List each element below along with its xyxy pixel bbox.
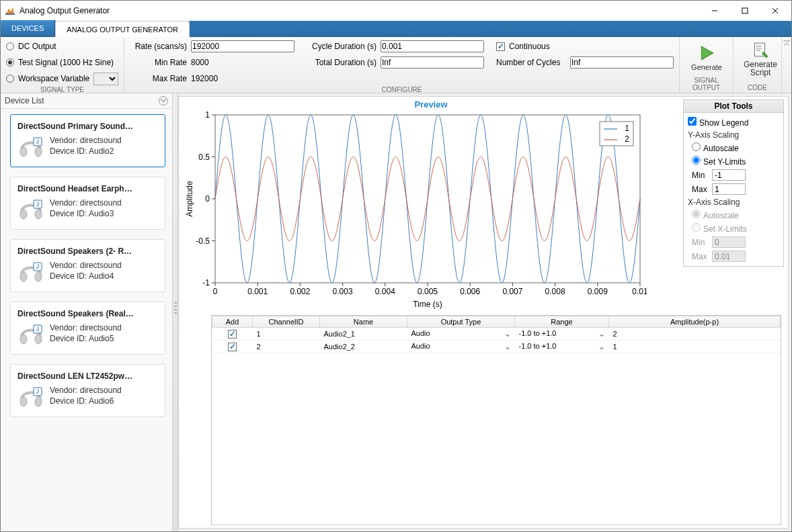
plot-tools-title: Plot Tools [683,99,784,113]
svg-text:-0.5: -0.5 [196,236,210,246]
main-area: Preview 00.0010.0020.0030.0040.0050.0060… [178,96,789,529]
device-card[interactable]: DirectSound LEN LT2452pw… ♪ Vendor: dire… [10,364,165,417]
col-amplitude[interactable]: Amplitude(p-p) [609,316,781,328]
tab-analog-output-generator[interactable]: ANALOG OUTPUT GENERATOR [55,21,190,37]
svg-text:♪: ♪ [36,261,40,271]
svg-text:0.003: 0.003 [333,287,353,296]
svg-point-27 [20,397,27,406]
svg-text:0.01: 0.01 [632,287,647,296]
device-vendor: Vendor: directsound [50,322,122,333]
max-rate-label: Max Rate [130,74,187,83]
svg-point-28 [35,397,42,406]
device-name: DirectSound Speakers (Real… [17,309,158,318]
tab-devices[interactable]: DEVICES [1,20,55,36]
device-vendor: Vendor: directsound [50,385,122,396]
script-icon [752,42,769,59]
svg-text:2: 2 [625,134,629,144]
maximize-button[interactable] [729,1,760,21]
y-autoscale-radio[interactable]: Autoscale [692,142,779,153]
headphones-icon: ♪ [17,260,44,285]
svg-text:♪: ♪ [36,199,40,208]
svg-text:1: 1 [205,110,210,120]
show-legend-checkbox[interactable]: Show Legend [688,117,779,128]
generate-script-button[interactable]: GenerateScript [739,40,782,79]
col-channelid[interactable]: ChannelID [253,316,320,328]
signal-type-test-signal[interactable]: Test Signal (1000 Hz Sine) [6,56,118,69]
generate-button[interactable]: Generate [685,40,728,76]
device-name: DirectSound Primary Sound… [17,122,158,131]
svg-text:0.006: 0.006 [460,287,480,296]
svg-text:0: 0 [213,287,218,296]
col-output-type[interactable]: Output Type [407,316,515,328]
chevron-down-icon [161,99,166,103]
svg-point-12 [35,147,42,157]
svg-text:♪: ♪ [36,386,40,396]
svg-text:0: 0 [205,194,210,204]
add-checkbox[interactable]: ✓ [228,343,237,351]
svg-text:0.004: 0.004 [375,287,395,296]
device-card[interactable]: DirectSound Headset Earph… ♪ Vendor: dir… [10,177,165,230]
signal-type-workspace-variable[interactable]: Workspace Variable [6,72,118,85]
svg-text:0.008: 0.008 [545,287,565,296]
add-checkbox[interactable]: ✓ [228,330,237,339]
svg-text:♪: ♪ [36,324,40,333]
svg-text:0.001: 0.001 [247,287,268,296]
device-card[interactable]: DirectSound Speakers (Real… ♪ Vendor: di… [10,302,165,355]
x-axis-scaling-label: X-Axis Scaling [688,197,779,207]
play-icon [698,44,715,62]
channels-table[interactable]: Add ChannelID Name Output Type Range Amp… [211,315,781,525]
device-vendor: Vendor: directsound [50,197,122,208]
col-name[interactable]: Name [320,316,407,328]
device-vendor: Vendor: directsound [50,260,122,271]
cycle-duration-input[interactable] [381,40,484,52]
plot-tools-panel: Plot Tools Show Legend Y-Axis Scaling Au… [683,99,784,311]
device-name: DirectSound Speakers (2- R… [17,247,158,256]
svg-text:0.002: 0.002 [290,287,310,296]
signal-type-label: SIGNAL TYPE [6,85,118,93]
signal-output-label: SIGNAL OUTPUT [685,76,727,91]
rate-input[interactable] [191,40,294,52]
x-autoscale-radio[interactable]: Autoscale [692,210,779,220]
col-add[interactable]: Add [212,316,253,328]
svg-point-11 [20,147,27,157]
signal-type-dc[interactable]: DC Output [6,40,118,53]
svg-text:0.005: 0.005 [418,287,438,296]
svg-marker-5 [701,46,713,60]
minimize-button[interactable] [699,1,729,21]
chevron-up-bar-icon [783,40,791,48]
device-card[interactable]: DirectSound Speakers (2- R… ♪ Vendor: di… [10,239,165,292]
panel-menu-button[interactable] [159,96,168,105]
x-max-input [712,251,746,262]
svg-text:Time (s): Time (s) [413,300,442,309]
workspace-variable-select[interactable] [93,73,118,85]
device-list[interactable]: DirectSound Primary Sound… ♪ Vendor: dir… [1,109,172,531]
headphones-icon: ♪ [17,197,44,222]
set-y-limits-radio[interactable]: Set Y-Limits [692,156,779,167]
total-duration-input [381,56,484,69]
continuous-checkbox[interactable]: ✓Continuous [496,40,674,53]
table-row[interactable]: ✓ 2Audio2_2 Audio⌄ -1.0 to +1.0⌄ 1 [212,341,781,353]
table-row[interactable]: ✓ 1Audio2_1 Audio⌄ -1.0 to +1.0⌄ 2 [212,328,781,341]
col-range[interactable]: Range [515,316,609,328]
device-list-panel: Device List DirectSound Primary Sound… ♪… [1,93,173,531]
svg-text:0.5: 0.5 [198,152,210,162]
close-button[interactable] [760,1,790,21]
svg-point-16 [35,210,42,219]
set-x-limits-radio[interactable]: Set X-Limits [692,223,779,234]
svg-text:0.009: 0.009 [588,287,608,296]
svg-point-24 [35,335,42,344]
ribbon-collapse-button[interactable] [782,37,791,93]
device-card[interactable]: DirectSound Primary Sound… ♪ Vendor: dir… [10,114,165,167]
headphones-icon: ♪ [17,385,44,410]
device-name: DirectSound LEN LT2452pw… [17,371,158,381]
rate-label: Rate (scans/s) [130,42,187,51]
y-max-input[interactable] [712,183,746,195]
svg-rect-0 [5,13,15,15]
min-rate-value: 8000 [191,58,209,67]
svg-point-20 [35,272,42,281]
device-id: Device ID: Audio2 [50,146,122,157]
toolstrip-tabs: DEVICES ANALOG OUTPUT GENERATOR [1,21,791,37]
vertical-splitter[interactable] [173,93,178,531]
cycle-duration-label: Cycle Duration (s) [307,42,377,51]
y-min-input[interactable] [712,169,746,181]
